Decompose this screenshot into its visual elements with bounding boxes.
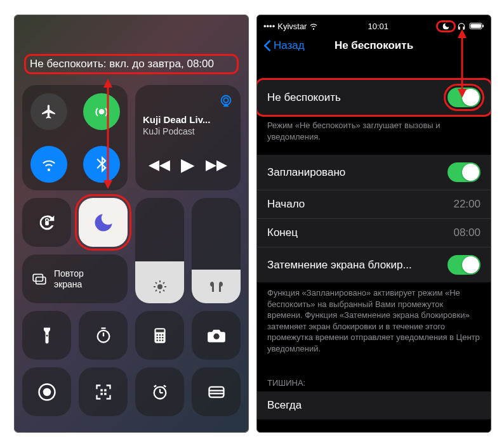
- svg-rect-48: [470, 24, 481, 28]
- brightness-slider[interactable]: [135, 198, 184, 303]
- svg-point-26: [156, 339, 158, 341]
- scheduled-row[interactable]: Запланировано: [257, 155, 491, 190]
- svg-point-27: [159, 339, 161, 341]
- to-row[interactable]: Конец 08:00: [257, 219, 491, 247]
- svg-point-5: [157, 284, 162, 289]
- timer-button[interactable]: [79, 311, 128, 360]
- svg-rect-41: [209, 386, 223, 397]
- dim-lock-toggle[interactable]: [448, 255, 481, 275]
- scheduled-toggle[interactable]: [448, 162, 481, 182]
- do-not-disturb-button[interactable]: [79, 198, 128, 247]
- status-time: 10:01: [368, 22, 388, 31]
- back-button[interactable]: Назад: [263, 39, 305, 52]
- svg-line-11: [163, 290, 164, 291]
- always-row[interactable]: Всегда: [257, 391, 491, 419]
- control-center-screenshot: Не беспокоить: вкл. до завтра, 08:00: [14, 15, 249, 433]
- to-value: 08:00: [453, 226, 481, 239]
- volume-slider[interactable]: [192, 198, 241, 303]
- carrier-name: Kyivstar: [277, 22, 307, 31]
- svg-rect-4: [36, 277, 46, 284]
- control-center-content: Не беспокоить: вкл. до завтра, 08:00: [15, 15, 248, 432]
- svg-point-24: [159, 336, 161, 338]
- wifi-icon: [309, 22, 318, 30]
- orientation-lock-button[interactable]: [22, 198, 71, 247]
- always-label: Всегда: [267, 399, 302, 412]
- svg-rect-42: [209, 390, 223, 391]
- connectivity-tile[interactable]: [22, 85, 128, 190]
- svg-line-39: [154, 385, 156, 386]
- signal-dots: ••••: [263, 22, 275, 31]
- svg-rect-19: [156, 329, 164, 332]
- airpods-icon: [208, 279, 225, 294]
- svg-point-29: [213, 333, 219, 339]
- svg-line-40: [163, 385, 166, 386]
- status-bar: •••• Kyivstar 10:01: [257, 15, 491, 33]
- bluetooth-button[interactable]: [83, 146, 120, 183]
- svg-point-25: [162, 336, 164, 338]
- svg-rect-3: [33, 274, 43, 281]
- play-icon[interactable]: ▶: [181, 154, 195, 175]
- battery-icon: [469, 22, 484, 30]
- airplay-icon[interactable]: [219, 94, 233, 108]
- svg-rect-32: [100, 389, 103, 391]
- dnd-toggle-row[interactable]: Не беспокоить: [257, 80, 491, 115]
- flashlight-button[interactable]: [22, 311, 71, 360]
- status-dnd-indicator: [438, 22, 454, 30]
- from-row[interactable]: Начало 22:00: [257, 190, 491, 219]
- svg-point-20: [156, 334, 158, 336]
- dim-lock-label: Затемнение экрана блокир...: [267, 259, 412, 272]
- from-value: 22:00: [453, 198, 481, 211]
- media-title: Kuji Dead Liv...: [143, 114, 233, 125]
- wallet-button[interactable]: [192, 367, 241, 416]
- screen-mirroring-label: Повтор экрана: [54, 268, 84, 289]
- calculator-button[interactable]: [135, 311, 184, 360]
- cellular-data-button[interactable]: [83, 93, 120, 130]
- rewind-icon[interactable]: ◀◀: [149, 157, 170, 173]
- svg-rect-2: [45, 221, 49, 225]
- svg-rect-49: [482, 25, 484, 27]
- svg-rect-35: [104, 393, 107, 395]
- svg-point-14: [46, 334, 48, 336]
- dnd-toggle[interactable]: [448, 88, 481, 107]
- svg-rect-33: [104, 389, 107, 391]
- screen-mirroring-button[interactable]: Повтор экрана: [22, 254, 128, 303]
- svg-rect-34: [100, 393, 103, 395]
- now-playing-tile[interactable]: Kuji Dead Liv... KuJi Podcast ◀◀ ▶ ▶▶: [135, 85, 241, 190]
- scheduled-footer: Функция «Запланировано» активирует режим…: [257, 282, 491, 367]
- alarm-button[interactable]: [135, 367, 184, 416]
- wifi-button[interactable]: [30, 146, 67, 183]
- dnd-toggle-label: Не беспокоить: [267, 91, 341, 104]
- svg-point-23: [156, 336, 158, 338]
- back-label: Назад: [274, 39, 305, 52]
- dim-lock-row[interactable]: Затемнение экрана блокир...: [257, 247, 491, 282]
- media-subtitle: KuJi Podcast: [143, 126, 233, 136]
- svg-point-28: [162, 339, 164, 341]
- dnd-status-text: Не беспокоить: вкл. до завтра, 08:00: [26, 56, 237, 72]
- headphones-icon: [457, 22, 466, 30]
- control-center-grid: Kuji Dead Liv... KuJi Podcast ◀◀ ▶ ▶▶: [22, 85, 241, 190]
- qr-code-button[interactable]: [79, 367, 128, 416]
- svg-line-12: [156, 290, 157, 291]
- dnd-footer: Режим «Не беспокоить» заглушает вызовы и…: [257, 115, 491, 155]
- silence-header: ТИШИНА:: [257, 367, 491, 391]
- airplane-mode-button[interactable]: [30, 93, 67, 130]
- forward-icon[interactable]: ▶▶: [206, 157, 227, 173]
- scheduled-label: Запланировано: [267, 166, 345, 179]
- svg-point-1: [223, 98, 228, 102]
- brightness-icon: [152, 279, 168, 294]
- svg-point-22: [162, 334, 164, 336]
- settings-screenshot: •••• Kyivstar 10:01 Назад Не беспокоить: [256, 15, 491, 433]
- svg-line-10: [156, 282, 157, 284]
- svg-line-13: [163, 282, 164, 284]
- camera-button[interactable]: [192, 311, 241, 360]
- to-label: Конец: [267, 226, 298, 239]
- from-label: Начало: [267, 198, 305, 211]
- screen-record-button[interactable]: [22, 367, 71, 416]
- svg-rect-43: [209, 393, 223, 394]
- navigation-bar: Назад Не беспокоить: [257, 33, 491, 61]
- svg-point-21: [159, 334, 161, 336]
- settings-list: Не беспокоить Режим «Не беспокоить» загл…: [257, 61, 491, 419]
- svg-point-31: [43, 388, 51, 396]
